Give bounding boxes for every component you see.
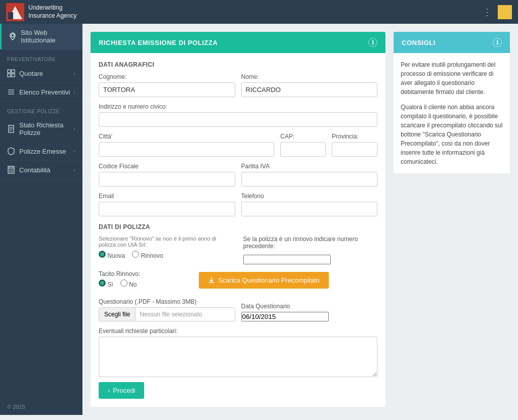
questionario-label: Questionario (.PDF - Massimo 3MB) (99, 298, 235, 305)
scarica-questionario-button[interactable]: Scarica Questionario Precompilato (199, 272, 328, 289)
radio-rinnovo-label: Rinnovo (141, 252, 163, 259)
sidebar-item-stato-richiesta[interactable]: Stato Richiesta Polizze › (0, 116, 82, 142)
form-panel: RICHIESTA EMISSIONE DI POLIZZA ℹ DATI AN… (91, 32, 385, 407)
file-name-display: Nessun file selezionato (136, 308, 234, 321)
calc-icon (7, 166, 15, 174)
menu-dots-button[interactable]: ⋮ (483, 8, 492, 17)
grid-icon (7, 69, 15, 77)
provincia-input[interactable] (332, 142, 377, 157)
sidebar-item-elenco-preventivi[interactable]: Elenco Preventivi › (0, 83, 82, 102)
main-content: RICHIESTA EMISSIONE DI POLIZZA ℹ DATI AN… (82, 24, 518, 415)
codice-fiscale-group: Codice Fiscale (99, 163, 235, 186)
questionario-file-group: Questionario (.PDF - Massimo 3MB) Scegli… (99, 298, 235, 321)
form-panel-header: RICHIESTA EMISSIONE DI POLIZZA ℹ (91, 32, 385, 53)
tipo-polizza-row: Selezionare "Rinnovo" se non è il primo … (99, 236, 377, 264)
tacito-scarica-row: Tacito Rinnovo: Sì No (99, 270, 377, 290)
section-anagrafica-title: DATI ANAGRAFICI (99, 61, 377, 68)
radio-no-label: No (129, 281, 137, 288)
consigli-body: Per evitare inutili prolungamenti del pr… (394, 53, 510, 173)
codice-fiscale-label: Codice Fiscale (99, 163, 235, 170)
tacito-label: Tacito Rinnovo: (99, 270, 140, 277)
scarica-btn-label: Scarica Questionario Precompilato (218, 276, 319, 284)
sidebar-item-polizze-emesse[interactable]: Polizze Emesse › (0, 142, 82, 161)
nome-label: Nome: (241, 73, 378, 80)
email-telefono-row: Email Telefono (99, 193, 377, 216)
form-panel-info-icon[interactable]: ℹ (368, 38, 377, 47)
user-avatar-box[interactable] (498, 5, 512, 19)
radio-si-input[interactable] (99, 279, 106, 287)
data-questionario-group: Data Questionario (241, 303, 378, 321)
top-header: Underwriting Insurance Agency ⋮ (0, 0, 518, 24)
radio-nuova-input[interactable] (99, 251, 106, 258)
svg-rect-16 (9, 167, 13, 169)
eventuali-label: Eventuali richieste particolari: (99, 328, 377, 335)
logo-text: Underwriting Insurance Agency (28, 4, 76, 20)
consigli-info-icon[interactable]: ℹ (493, 38, 502, 47)
radio-si-option[interactable]: Sì (99, 279, 113, 288)
header-right: ⋮ (483, 5, 512, 19)
svg-point-22 (12, 171, 13, 172)
shield-icon (7, 147, 15, 155)
eventuali-group: Eventuali richieste particolari: (99, 328, 377, 377)
citta-group: Città' (99, 133, 274, 157)
radio-nuova-option[interactable]: Nuova (99, 251, 125, 259)
scarica-col: Scarica Questionario Precompilato (150, 272, 377, 289)
polizze-chevron: › (73, 148, 75, 154)
tipo-polizza-label: Selezionare "Rinnovo" se non è il primo … (99, 236, 233, 248)
svg-point-18 (11, 170, 12, 171)
cognome-input[interactable] (99, 82, 235, 97)
cap-input[interactable] (280, 142, 326, 157)
rinnovo-numero-col: Se la polizza è un rinnovo indicare nume… (243, 236, 378, 264)
form-panel-body: DATI ANAGRAFICI Cognome: Nome: Indirizzo… (91, 53, 385, 407)
section-polizza-title: DATI DI POLIZZA (99, 223, 377, 230)
radio-si-label: Sì (107, 281, 113, 288)
svg-point-19 (12, 170, 13, 171)
file-choose-button[interactable]: Scegli file (99, 308, 136, 321)
citta-input[interactable] (99, 142, 274, 157)
svg-point-3 (11, 34, 14, 37)
tipo-polizza-radio-group: Nuova Rinnovo (99, 251, 233, 261)
nome-group: Nome: (241, 73, 378, 97)
tacito-col: Tacito Rinnovo: Sì No (99, 270, 140, 290)
location-icon (9, 32, 17, 40)
procedi-label: Procedi (113, 387, 135, 394)
cognome-label: Cognome: (99, 73, 235, 80)
section-label-gestione: GESTIONE POLIZZE (0, 102, 82, 116)
procedi-button[interactable]: › Procedi (99, 382, 144, 399)
consigli-header: CONSIGLI ℹ (394, 32, 510, 53)
doc-icon (7, 125, 15, 133)
provincia-label: Provincia: (332, 133, 377, 140)
company-logo-icon (6, 3, 24, 21)
page-footer: © 2015 TEST MODE - ASAP 0.9.1 (0, 415, 518, 420)
contabilita-chevron: › (73, 167, 75, 173)
citta-label: Città' (99, 133, 274, 140)
sidebar-item-sito-web[interactable]: Sito Web Istituzionale (0, 24, 82, 50)
telefono-input[interactable] (241, 202, 378, 216)
data-questionario-input[interactable] (241, 312, 329, 321)
radio-rinnovo-option[interactable]: Rinnovo (132, 251, 163, 259)
nome-input[interactable] (241, 82, 378, 97)
tacito-radio-group: Sì No (99, 279, 140, 290)
consigli-panel: CONSIGLI ℹ Per evitare inutili prolungam… (394, 32, 510, 173)
sidebar-item-quotare[interactable]: Quotare › (0, 64, 82, 83)
contabilita-label: Contabilità (19, 166, 50, 174)
email-input[interactable] (99, 202, 235, 216)
main-layout: Sito Web Istituzionale PREVENTIVATORE Qu… (0, 24, 518, 415)
sidebar-item-sito-label: Sito Web Istituzionale (21, 29, 75, 44)
citta-cap-prov-row: Città' CAP: Provincia: (99, 133, 377, 157)
eventuali-textarea[interactable] (99, 337, 377, 377)
radio-no-option[interactable]: No (120, 279, 137, 288)
cap-group: CAP: (280, 133, 326, 157)
elenco-preventivi-label: Elenco Preventivi (19, 88, 70, 96)
svg-rect-2 (8, 12, 13, 19)
radio-nuova-label: Nuova (107, 252, 125, 259)
codice-fiscale-input[interactable] (99, 172, 235, 186)
radio-rinnovo-input[interactable] (132, 251, 139, 258)
rinnovo-numero-input[interactable] (243, 255, 331, 264)
sidebar-item-contabilita[interactable]: Contabilità › (0, 161, 82, 179)
indirizzo-label: Indirizzo e numero civico: (99, 103, 377, 110)
indirizzo-input[interactable] (99, 112, 377, 127)
radio-no-input[interactable] (120, 279, 127, 287)
email-label: Email (99, 193, 235, 200)
partita-iva-input[interactable] (241, 172, 378, 186)
